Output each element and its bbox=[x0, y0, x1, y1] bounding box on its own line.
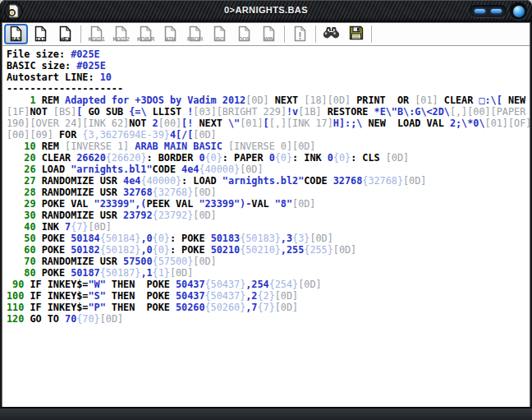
minimize-button[interactable] bbox=[475, 9, 485, 13]
meta-row: BASIC size: #025E bbox=[7, 60, 530, 72]
meta-row: Autostart LINE: 10 bbox=[7, 72, 530, 83]
code-row: 90 IF INKEY$="W" THEN POKE 50437{50437},… bbox=[7, 279, 530, 290]
close-button[interactable] bbox=[510, 2, 527, 20]
tool-label: ISO bbox=[209, 36, 230, 42]
code-row: 28 RANDOMIZE USR 32768{32768}[0D] bbox=[7, 187, 530, 198]
tool-win[interactable]: WIN bbox=[257, 24, 281, 44]
code-row: 20 CLEAR 26620{26620}: BORDER 0{0}: PAPE… bbox=[7, 152, 530, 164]
code-row: 70 RANDOMIZE USR 57500{57500}[0D] bbox=[7, 256, 530, 267]
window-title: 0>ARNIGHTS.BAS bbox=[0, 5, 532, 15]
tool-hex[interactable]: HEX bbox=[53, 24, 77, 44]
code-row: 40 INK 7{7}[0D] bbox=[7, 221, 530, 233]
code-row: 30 RANDOMIZE USR 23792{23792}[0D] bbox=[7, 210, 530, 221]
tool-label: PROFI bbox=[185, 36, 205, 42]
toolbar: BASTXTHEXKOI7-1KOI7-2KOI8-RATMPROFIISODO… bbox=[2, 23, 530, 46]
toolbar-separator bbox=[371, 25, 372, 43]
app-body: BASTXTHEXKOI7-1KOI7-2KOI8-RATMPROFIISODO… bbox=[2, 22, 530, 408]
code-row: 60 POKE 50182{50182},0{0}: POKE 50210{50… bbox=[7, 244, 530, 256]
tool-label: KOI7-2 bbox=[111, 36, 131, 42]
tool-label: KOI8-R bbox=[135, 36, 156, 42]
binoculars-search-icon bbox=[323, 25, 340, 39]
code-row: 120 GO TO 70{70}[0D] bbox=[7, 313, 530, 325]
tool-koi7-1[interactable]: KOI7-1 bbox=[85, 24, 108, 44]
code-row: 10 REM [INVERSE 1] ARAB MAIN BASIC [INVE… bbox=[7, 141, 530, 152]
tool-warning-doc[interactable] bbox=[288, 24, 312, 44]
warning-doc-icon bbox=[293, 25, 307, 42]
code-row: 110 IF INKEY$="P" THEN POKE 50260{50260}… bbox=[7, 302, 530, 313]
close-orb-icon bbox=[513, 6, 525, 17]
toolbar-separator bbox=[80, 25, 81, 43]
code-row: [1F]NOT [BS][ GO SUB {=\ LLIST ![03][BRI… bbox=[7, 106, 530, 118]
code-row: 190][OVER 24][INK 62]NOT 2[00][! NEXT \"… bbox=[7, 118, 530, 129]
code-row: 50 POKE 50184{50184},0{0}: POKE 50183{50… bbox=[7, 233, 530, 244]
code-row: 27 RANDOMIZE USR 4e4{40000}: LOAD "arnig… bbox=[7, 175, 530, 187]
tool-koi8-r[interactable]: KOI8-R bbox=[134, 24, 158, 44]
tool-dos[interactable]: DOS bbox=[232, 24, 256, 44]
meta-row: -------------------- bbox=[7, 83, 530, 95]
minmax-button-group bbox=[470, 5, 507, 17]
tool-txt[interactable]: TXT bbox=[29, 24, 53, 44]
titlebar[interactable]: 0>ARNIGHTS.BAS bbox=[0, 0, 532, 22]
tool-bas[interactable]: BAS bbox=[4, 24, 28, 44]
tool-label: HEX bbox=[55, 36, 76, 42]
tool-label: DOS bbox=[234, 36, 255, 42]
tool-label: KOI7-1 bbox=[86, 36, 107, 42]
code-row: 29 POKE VAL "23399",(PEEK VAL "23399")-V… bbox=[7, 198, 530, 210]
code-row: 80 POKE 50187{50187},1{1}[0D] bbox=[7, 267, 530, 279]
code-row: 26 LOAD "arnights.bl1"CODE 4e4{40000}[0D… bbox=[7, 164, 530, 175]
app-window: 0>ARNIGHTS.BAS BASTXTHEXKOI7-1KOI7-2KOI8… bbox=[0, 0, 532, 420]
tool-label: TXT bbox=[30, 36, 51, 42]
tool-save[interactable] bbox=[344, 24, 368, 44]
tool-profi[interactable]: PROFI bbox=[183, 24, 207, 44]
save-floppy-icon bbox=[349, 25, 364, 40]
maximize-button[interactable] bbox=[491, 9, 502, 13]
code-row: [00][09] FOR {3,3627694E-39}4[/[[0D] bbox=[7, 129, 530, 141]
code-row: 100 IF INKEY$="S" THEN POKE 50437{50437}… bbox=[7, 290, 530, 302]
tool-atm[interactable]: ATM bbox=[158, 24, 182, 44]
basic-code-listing: File size: #025EBASIC size: #025EAutosta… bbox=[2, 46, 530, 408]
tool-label: ATM bbox=[160, 36, 181, 42]
tool-koi7-2[interactable]: KOI7-2 bbox=[109, 24, 133, 44]
toolbar-separator bbox=[284, 25, 285, 43]
toolbar-separator bbox=[315, 25, 316, 43]
tool-label: WIN bbox=[259, 36, 279, 42]
tool-iso[interactable]: ISO bbox=[208, 24, 232, 44]
meta-row: File size: #025E bbox=[7, 48, 530, 60]
code-row: 1 REM Adapted for +3DOS by Vadim 2012[0D… bbox=[7, 95, 530, 106]
titlebar-buttons bbox=[470, 2, 527, 20]
tool-search[interactable] bbox=[319, 24, 343, 44]
window-bottom-frame bbox=[0, 407, 532, 420]
tool-label: BAS bbox=[6, 36, 26, 42]
